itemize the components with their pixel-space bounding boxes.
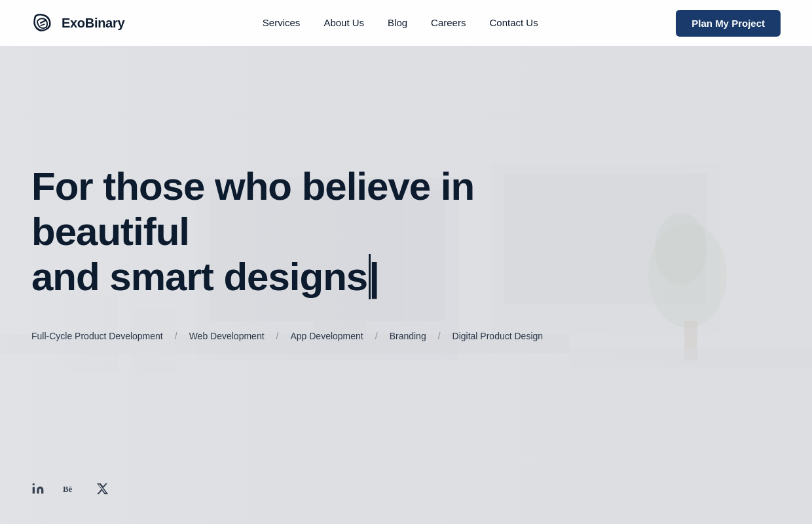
services-pills: Full-Cycle Product Development / Web Dev…	[0, 299, 812, 341]
pill-branding[interactable]: Branding	[390, 331, 426, 341]
hero-section: For those who believe in beautiful and s…	[0, 46, 812, 299]
twitter-icon[interactable]	[96, 482, 109, 495]
hero-title: For those who believe in beautiful and s…	[31, 164, 490, 299]
linkedin-icon[interactable]	[31, 482, 45, 495]
exobinary-logo-icon	[31, 11, 55, 35]
pill-divider-4: /	[438, 331, 441, 341]
svg-text:Bē: Bē	[63, 485, 73, 495]
svg-rect-18	[33, 487, 35, 494]
pill-divider-1: /	[175, 331, 177, 341]
navbar: ExoBinary Services About Us Blog Careers…	[0, 0, 812, 46]
social-bar: Bē	[31, 482, 109, 495]
nav-item-blog[interactable]: Blog	[388, 17, 407, 29]
nav-item-contact[interactable]: Contact Us	[489, 17, 538, 29]
nav-item-about[interactable]: About Us	[323, 17, 364, 29]
nav-item-services[interactable]: Services	[263, 17, 301, 29]
hero-title-line2: and smart designs	[31, 255, 367, 299]
hero-title-line1: For those who believe in beautiful	[31, 164, 474, 253]
cursor-blink: |	[369, 254, 371, 299]
svg-point-19	[33, 483, 35, 485]
pill-divider-3: /	[375, 331, 378, 341]
nav-menu: Services About Us Blog Careers Contact U…	[263, 17, 538, 29]
pill-divider-2: /	[276, 331, 279, 341]
brand-name: ExoBinary	[62, 16, 124, 31]
nav-item-careers[interactable]: Careers	[431, 17, 466, 29]
behance-icon[interactable]: Bē	[63, 482, 77, 495]
pill-full-cycle[interactable]: Full-Cycle Product Development	[31, 331, 163, 341]
plan-project-button[interactable]: Plan My Project	[676, 10, 781, 37]
pill-digital-design[interactable]: Digital Product Design	[452, 331, 544, 341]
pill-web-dev[interactable]: Web Development	[189, 331, 265, 341]
pill-app-dev[interactable]: App Development	[290, 331, 363, 341]
logo[interactable]: ExoBinary	[31, 11, 124, 35]
